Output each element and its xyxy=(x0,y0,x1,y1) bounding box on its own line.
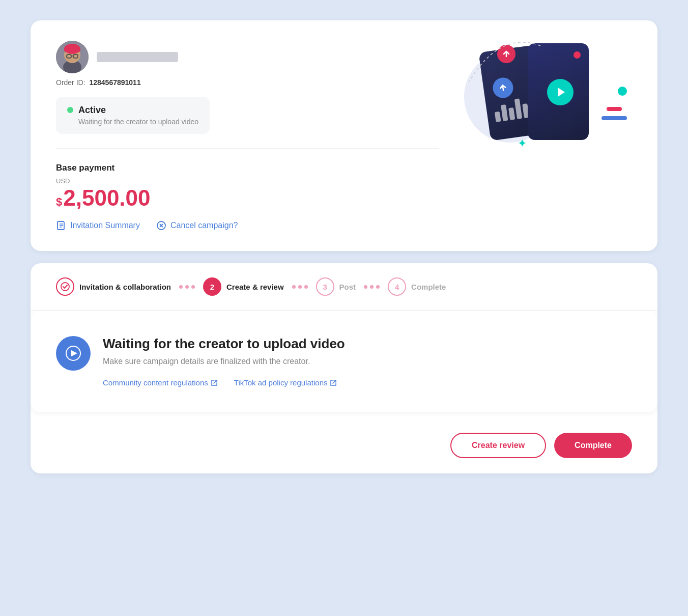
content-subtitle: Make sure campaign details are finalized… xyxy=(103,357,632,366)
invitation-summary-link[interactable]: Invitation Summary xyxy=(56,220,140,231)
illustration: ✦ ✦ xyxy=(439,41,632,163)
step-dots-1 xyxy=(179,285,195,289)
content-row: Waiting for the creator to upload video … xyxy=(56,336,632,387)
divider xyxy=(56,148,439,149)
document-icon xyxy=(56,220,66,231)
step-label-4: Complete xyxy=(411,283,446,291)
currency-code: USD xyxy=(56,177,439,185)
order-id-label: Order ID: xyxy=(56,78,85,87)
content-title: Waiting for the creator to upload video xyxy=(103,336,632,352)
user-name-bar xyxy=(97,52,178,62)
step-dots-3 xyxy=(364,285,380,289)
step-label-1: Invitation & collaboration xyxy=(79,283,171,291)
content-text: Waiting for the creator to upload video … xyxy=(103,336,632,387)
payment-label: Base payment xyxy=(56,163,439,173)
steps-header: Invitation & collaboration 2 Create & re… xyxy=(31,263,657,311)
avatar xyxy=(56,41,89,73)
cancel-campaign-label: Cancel campaign? xyxy=(170,221,238,230)
video-icon xyxy=(64,344,82,362)
complete-button[interactable]: Complete xyxy=(554,433,632,458)
step-dots-2 xyxy=(292,285,308,289)
bottom-actions: Create review Complete xyxy=(31,433,657,473)
sparkle-teal: ✦ xyxy=(518,137,527,150)
svg-line-18 xyxy=(214,380,217,383)
content-section: Waiting for the creator to upload video … xyxy=(31,311,657,412)
step-item-4: 4 Complete xyxy=(388,277,446,296)
amount-value: 2,500.00 xyxy=(63,187,150,209)
tiktok-link-label: TikTok ad policy regulations xyxy=(234,378,328,387)
user-row xyxy=(56,41,439,73)
step-item-2: 2 Create & review xyxy=(203,277,284,296)
order-id-value: 1284567891011 xyxy=(89,78,140,87)
deco-line-1 xyxy=(607,107,622,111)
actions-row: Invitation Summary Cancel campaign? xyxy=(56,220,439,231)
svg-line-19 xyxy=(333,380,336,383)
external-link-icon-1 xyxy=(211,379,218,386)
teal-dot xyxy=(618,87,627,96)
step-circle-4: 4 xyxy=(388,277,406,296)
amount-row: $ 2,500.00 xyxy=(56,187,439,209)
status-title: Active xyxy=(78,105,198,116)
dashed-arc xyxy=(459,41,561,102)
pink-dot xyxy=(574,51,581,59)
step-circle-3: 3 xyxy=(316,277,334,296)
status-subtitle: Waiting for the creator to upload video xyxy=(78,118,198,126)
svg-rect-4 xyxy=(64,48,80,52)
deco-line-2 xyxy=(601,116,627,120)
cancel-icon xyxy=(156,220,166,231)
svg-point-15 xyxy=(61,283,69,291)
external-links: Community content regulations TikTok ad … xyxy=(103,378,632,387)
cancel-campaign-link[interactable]: Cancel campaign? xyxy=(156,220,238,231)
step-item-3: 3 Post xyxy=(316,277,356,296)
community-link-label: Community content regulations xyxy=(103,378,208,387)
step-circle-1 xyxy=(56,277,74,296)
avatar-svg xyxy=(56,41,89,73)
step-item-1: Invitation & collaboration xyxy=(56,277,171,296)
order-id-row: Order ID: 1284567891011 xyxy=(56,78,439,87)
community-regulations-link[interactable]: Community content regulations xyxy=(103,378,218,387)
status-indicator xyxy=(67,107,73,113)
step-label-3: Post xyxy=(339,283,356,291)
top-card: Order ID: 1284567891011 Active Waiting f… xyxy=(31,20,657,251)
currency-sign: $ xyxy=(56,195,62,209)
left-section: Order ID: 1284567891011 Active Waiting f… xyxy=(56,41,439,231)
svg-marker-17 xyxy=(71,350,77,356)
step-circle-2: 2 xyxy=(203,277,221,296)
status-text: Active Waiting for the creator to upload… xyxy=(78,105,198,126)
status-box: Active Waiting for the creator to upload… xyxy=(56,97,210,134)
step-label-2: Create & review xyxy=(226,283,284,291)
video-icon-circle xyxy=(56,336,91,371)
tiktok-policy-link[interactable]: TikTok ad policy regulations xyxy=(234,378,337,387)
create-review-button[interactable]: Create review xyxy=(450,433,546,458)
external-link-icon-2 xyxy=(330,379,337,386)
steps-card: Invitation & collaboration 2 Create & re… xyxy=(31,263,657,473)
invitation-summary-label: Invitation Summary xyxy=(70,221,140,230)
